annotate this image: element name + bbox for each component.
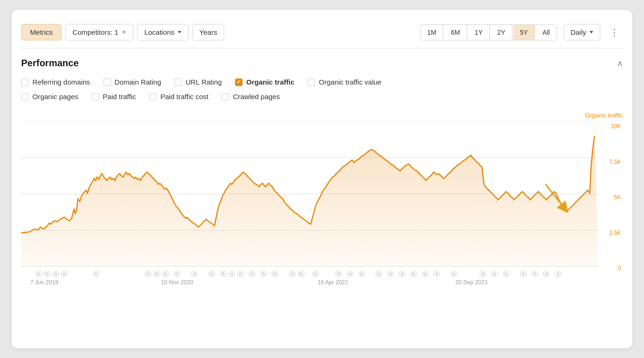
g-icon: G [154,271,160,277]
google-icons-row: G G G G G G G G G G G G G G G G G G G G … [21,271,598,279]
time-all[interactable]: All [536,25,557,40]
g-icon: G [44,271,50,277]
metric-paid-traffic-cost[interactable]: Paid traffic cost [149,93,208,101]
g-icon: G [479,271,486,277]
g-icon: G [145,271,151,277]
x-axis: 7 Jun 2019 10 Nov 2020 16 Apr 2022 20 Se… [21,279,598,288]
metric-url-rating[interactable]: URL Rating [174,78,222,86]
g-icon: G [433,271,440,277]
years-label: Years [199,28,217,36]
g-icon: G [298,271,305,277]
checkbox-crawled-pages[interactable] [221,93,229,101]
frequency-label: Daily [571,28,586,36]
g-icon: G [312,271,319,277]
g-icon: G [543,271,550,277]
metrics-button[interactable]: Metrics [21,24,62,40]
checkbox-domain-rating[interactable] [103,78,111,86]
g-icon: 2 [555,271,561,277]
g-icon: G [503,271,510,277]
x-label-2019: 7 Jun 2019 [30,279,58,286]
g-icon: G [61,271,68,277]
checkbox-organic-pages[interactable] [21,93,29,101]
g-icon: G [399,271,405,277]
competitors-close-icon[interactable]: ✕ [121,29,126,36]
time-range-group: 1M 6M 1Y 2Y 5Y All [420,24,557,40]
locations-label: Locations [144,28,174,36]
g-icon: G [387,271,394,277]
g-icon: G [410,271,417,277]
g-icon: G [272,271,278,277]
metric-referring-domains[interactable]: Referring domains [21,78,90,86]
chart-container: Organic traffic 10K 7.5K 5K 2.5K 0 [21,112,623,290]
years-button[interactable]: Years [192,24,224,40]
g-icon: G [220,271,227,277]
locations-button[interactable]: Locations [137,24,188,40]
g-icon: G [191,271,197,277]
y-label-2.5k: 2.5K [609,230,621,236]
checkbox-organic-traffic[interactable] [235,78,243,86]
time-2y[interactable]: 2Y [491,25,512,40]
time-1y[interactable]: 1Y [468,25,490,40]
toolbar: Metrics Competitors: 1 ✕ Locations Years… [21,19,623,48]
g-icon: G [520,271,526,277]
g-icon: G [53,271,59,277]
g-icon: G [335,271,342,277]
locations-chevron-icon [178,31,181,33]
checkbox-paid-traffic[interactable] [92,93,99,101]
checkbox-paid-traffic-cost[interactable] [149,93,157,101]
label-paid-traffic: Paid traffic [103,93,136,101]
metric-domain-rating[interactable]: Domain Rating [103,78,161,86]
frequency-button[interactable]: Daily [564,24,600,40]
section-title: Performance [21,58,79,69]
label-referring-domains: Referring domains [32,78,90,86]
g-icon: G [228,271,235,277]
g-icon: G [237,271,244,277]
y-label-10k: 10K [611,123,621,130]
label-url-rating: URL Rating [186,78,222,86]
g-icon: G [174,271,181,277]
g-icon: G [260,271,267,277]
metric-organic-traffic-value[interactable]: Organic traffic value [307,78,381,86]
x-label-2020: 10 Nov 2020 [161,279,193,286]
g-icon: G [162,271,169,277]
g-icon: G [289,271,296,277]
g-icon: G [422,271,429,277]
label-paid-traffic-cost: Paid traffic cost [160,93,208,101]
time-5y[interactable]: 5Y [513,25,535,40]
g-icon: G [249,271,255,277]
y-label-0: 0 [618,265,621,272]
chart-area [21,121,598,267]
metric-paid-traffic[interactable]: Paid traffic [92,93,136,101]
label-crawled-pages: Crawled pages [233,93,280,101]
g-icon: G [93,271,100,277]
y-label-7.5k: 7.5K [609,159,621,165]
checkbox-referring-domains[interactable] [21,78,29,86]
metric-crawled-pages[interactable]: Crawled pages [221,93,280,101]
chart-series-label: Organic traffic [585,112,623,119]
x-label-2023: 20 Sep 2023 [456,279,487,286]
metric-organic-traffic[interactable]: Organic traffic [235,78,295,86]
metrics-row-1: Referring domains Domain Rating URL Rati… [21,78,623,86]
g-icon: G [376,271,382,277]
checkbox-url-rating[interactable] [174,78,182,86]
x-label-2022: 16 Apr 2022 [318,279,348,286]
y-axis: 10K 7.5K 5K 2.5K 0 [599,123,623,272]
label-organic-pages: Organic pages [32,93,79,101]
g-icon: G [532,271,538,277]
competitors-label: Competitors: 1 [72,28,118,36]
time-1m[interactable]: 1M [421,25,443,40]
competitors-button[interactable]: Competitors: 1 ✕ [65,24,134,40]
metrics-grid: Referring domains Domain Rating URL Rati… [21,78,623,101]
metric-organic-pages[interactable]: Organic pages [21,93,79,101]
g-icon: G [208,271,215,277]
time-6m[interactable]: 6M [444,25,467,40]
chart-svg [21,121,598,267]
section-header: Performance ∧ [21,58,623,69]
checkbox-organic-traffic-value[interactable] [307,78,315,86]
label-organic-traffic: Organic traffic [246,78,295,86]
y-label-5k: 5K [614,194,621,201]
more-button[interactable]: ⋮ [606,25,623,40]
label-domain-rating: Domain Rating [115,78,161,86]
collapse-button[interactable]: ∧ [617,58,623,69]
metrics-row-2: Organic pages Paid traffic Paid traffic … [21,93,623,101]
